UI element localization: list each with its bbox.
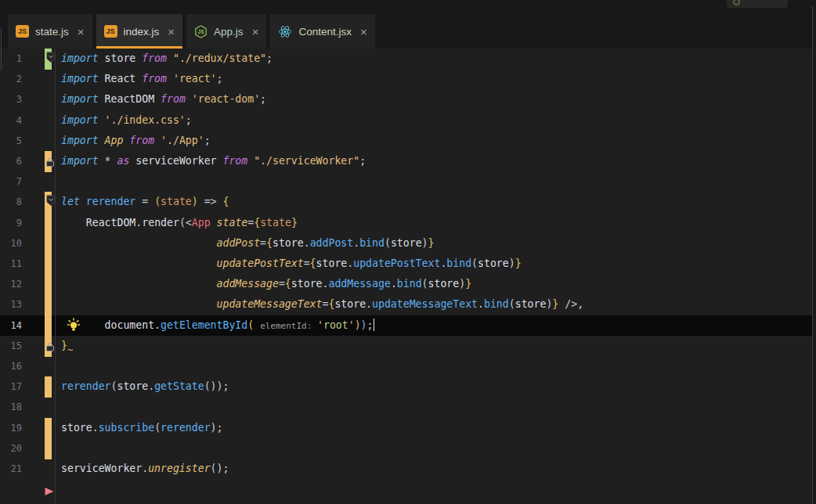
code-token: bind [359,237,385,249]
code-token: ( [385,237,391,249]
code-line[interactable]: rerender(store.getState()); [61,376,229,397]
code-line[interactable]: import * as serviceWorker from "./servic… [61,151,366,171]
line-number[interactable]: 4 [0,110,22,131]
code-token [61,237,217,249]
code-line[interactable]: addPost={store.addPost.bind(store)} [61,233,435,254]
line-number[interactable]: 3 [0,89,22,110]
line-number[interactable]: 20 [0,438,22,459]
code-token: { [223,196,229,207]
code-token: bind [484,298,509,310]
code-token: ) [361,319,367,331]
tab-Content.jsx[interactable]: Content.jsx× [270,14,374,49]
line-number[interactable]: 8 [0,192,22,212]
line-number[interactable]: 16 [0,356,22,376]
line-number[interactable]: 2 [0,69,22,89]
js-square-icon: JS [16,25,29,38]
lock-icon [45,340,55,355]
line-number[interactable]: 6 [0,151,22,171]
code-token: from [217,155,255,167]
line-number[interactable]: 17 [0,376,22,397]
titlebar-widget[interactable] [727,0,788,8]
code-token: { [285,278,291,290]
line-number[interactable]: 14 [0,315,22,336]
line-number[interactable]: 1 [0,49,22,69]
tab-bar: JSstate.js×JSindex.js×JSApp.js×Content.j… [0,0,816,49]
scrollbar-edge[interactable] [812,6,816,504]
code-token [61,298,217,310]
code-token: store [316,257,348,269]
code-line[interactable]: ReactDOM.render(<App state={state} [61,213,298,233]
code-line[interactable]: store.subscribe(rerender); [61,418,223,438]
code-token: . [366,298,372,310]
code-line[interactable]: serviceWorker.unregister(); [61,459,229,479]
code-token: = [304,257,310,269]
close-icon[interactable]: × [168,26,175,38]
code-line[interactable]: import React from 'react'; [61,69,222,89]
code-line[interactable]: import store from "./redux/state"; [61,49,273,69]
code-token: (); [211,463,229,474]
code-line[interactable]: let rerender = (state) => { [61,192,229,212]
code-token: (< [179,217,192,229]
line-number[interactable]: 12 [0,274,22,294]
code-token: />, [558,298,583,310]
code-token: ; [260,93,266,105]
close-icon[interactable]: × [360,26,367,38]
code-token: . [142,463,148,474]
code-token: addMessage [217,278,279,290]
git-modified-marker [45,294,52,315]
code-token: } [515,257,522,269]
code-token: bind [397,278,422,290]
line-number[interactable]: 15 [0,336,22,356]
code-token: rerender [61,380,111,392]
line-number[interactable]: 10 [0,233,22,254]
code-line[interactable]: addMessage={store.addMessage.bind(store)… [61,274,471,294]
editor[interactable]: 1import store from "./redux/state";2impo… [0,49,816,504]
line-number[interactable]: 5 [0,131,22,151]
line-number[interactable]: 13 [0,294,22,315]
git-modified-marker [45,376,52,398]
line-number[interactable]: 18 [0,397,22,417]
code-token: App [192,217,211,229]
code-token: "./serviceWorker" [254,155,359,167]
git-modified-marker [45,254,52,275]
code-token: ; [186,114,192,126]
code-token: store [273,237,304,249]
code-token: './App' [161,135,204,146]
code-token: ( [422,278,428,290]
line-number[interactable]: 11 [0,254,22,274]
code-token: rerender [86,196,136,207]
git-modified-marker [45,274,52,295]
code-token: from [154,93,192,105]
tab-App.js[interactable]: JSApp.js× [186,14,266,49]
code-token: state [260,217,291,229]
code-token: import [61,73,99,85]
code-token: import [61,114,99,126]
code-token: updatePostText [353,257,440,269]
code-token: ; [266,52,273,64]
code-line[interactable]: updateMessageText={store.updateMessageTe… [61,294,583,315]
line-number[interactable]: 9 [0,213,22,233]
code-line[interactable]: import ReactDOM from 'react-dom'; [61,89,266,110]
code-token: store [117,380,148,392]
close-icon[interactable]: × [78,26,85,38]
code-token: getState [154,380,204,392]
code-line[interactable]: updatePostText={store.updatePostText.bin… [61,254,522,274]
tab-state.js[interactable]: JSstate.js× [8,14,92,49]
code-token: rerender [161,422,211,434]
code-token: updatePostText [217,257,304,269]
status-circle-icon [733,0,740,5]
code-line[interactable]: }~ [61,336,73,356]
code-line[interactable]: import App from './App'; [61,131,211,151]
code-line[interactable]: import './index.css'; [61,110,192,131]
window-edge [1,28,2,70]
line-number[interactable]: 19 [0,418,22,438]
tab-index.js[interactable]: JSindex.js× [96,14,183,49]
line-number[interactable]: 7 [0,171,22,192]
line-number[interactable]: 21 [0,459,22,479]
close-icon[interactable]: × [252,26,259,38]
code-line[interactable]: document.getElementById( elementId: 'roo… [61,315,374,336]
lightbulb-icon[interactable] [66,318,81,337]
code-token: ( [509,298,515,310]
tab-label: index.js [124,26,160,38]
code-token: ) [355,319,361,331]
